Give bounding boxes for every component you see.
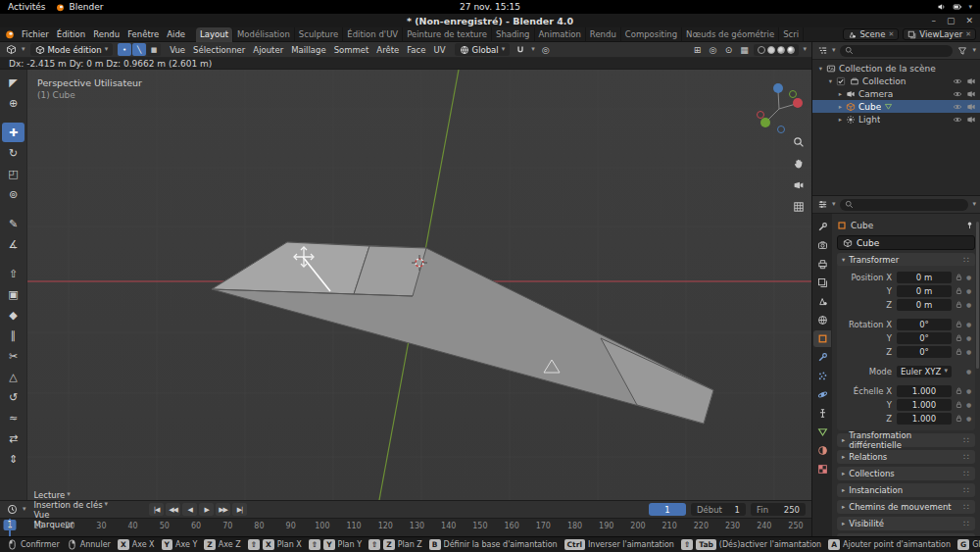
collection-checkbox[interactable] [836, 76, 846, 86]
viewport-3d[interactable]: ◤⊕✚↻◰⊚✎∡⇧▣◆∥✂△↺≈⇄⇕ Perspective Utilisate… [0, 70, 811, 500]
disclosure-collapsed-icon[interactable]: ▸ [836, 103, 845, 111]
panel-visibilite[interactable]: ▸Visibilité∷ [837, 517, 975, 530]
shrink-fatten-tool[interactable]: ⇕ [2, 449, 24, 469]
system-tray[interactable]: ▾ [937, 2, 972, 12]
panel-relations[interactable]: ▸Relations∷ [837, 450, 975, 464]
animate-decorator[interactable]: ● [964, 348, 973, 355]
proportional-edit-icon[interactable]: ◎ [540, 45, 552, 55]
timeline-menu-insertion-de-cles[interactable]: Insertion de clés▾ [31, 500, 112, 510]
timeline-editor-icon[interactable] [6, 504, 18, 515]
lock-icon[interactable] [954, 333, 964, 342]
hide-eye-icon[interactable] [953, 102, 962, 112]
animate-decorator[interactable]: ● [964, 274, 973, 280]
animate-decorator[interactable]: ● [964, 401, 973, 408]
timeline-menu-marqueur[interactable]: Marqueur [31, 520, 112, 529]
viewport-menu-face[interactable]: Face [403, 45, 429, 55]
workspace-tab-sculpture[interactable]: Sculpture [295, 27, 343, 42]
animate-decorator[interactable]: ● [964, 321, 973, 327]
workspace-tab-n-uds-de-geometrie[interactable]: Nœuds de géométrie [682, 27, 779, 42]
animate-decorator[interactable]: ● [964, 387, 973, 394]
properties-tab-constraints[interactable] [813, 405, 831, 422]
field-position-x[interactable]: 0 m [897, 272, 952, 283]
field-echelle-x[interactable]: 1.000 [897, 385, 952, 397]
vertex-select-button[interactable]: • [118, 43, 131, 56]
properties-scrollbar[interactable] [976, 222, 979, 369]
properties-tab-modifiers[interactable] [813, 349, 831, 366]
move-view-hand-icon[interactable] [793, 158, 805, 170]
focused-app-indicator[interactable]: Blender [55, 2, 104, 13]
knife-tool[interactable]: ✂ [2, 346, 24, 366]
lock-icon[interactable] [954, 320, 964, 328]
animate-decorator[interactable]: ● [964, 301, 973, 308]
field-y[interactable]: 1.000 [897, 399, 952, 411]
outliner-row-collection[interactable]: ▾Collection [812, 75, 980, 87]
tweak-tool[interactable]: ◤ [2, 73, 24, 92]
properties-tab-physics[interactable] [813, 386, 831, 403]
hide-eye-icon[interactable] [953, 115, 962, 125]
workspace-tab-layout[interactable]: Layout [196, 27, 233, 42]
frame-start-field[interactable]: Début 1 [691, 503, 746, 516]
properties-tab-texture[interactable] [813, 461, 831, 477]
lock-icon[interactable] [954, 273, 964, 281]
editor-type-icon[interactable] [5, 44, 17, 55]
properties-tab-scene[interactable] [813, 293, 831, 310]
object-name-field[interactable]: Cube [837, 235, 975, 250]
inset-faces-tool[interactable]: ▣ [2, 284, 24, 304]
loop-cut-tool[interactable]: ∥ [2, 326, 24, 345]
activities-button[interactable]: Activités [8, 2, 46, 12]
outliner-row-cube[interactable]: ▸Cube [812, 100, 980, 113]
minimize-button[interactable]: – [931, 16, 936, 25]
viewport-menu-ajouter[interactable]: Ajouter [249, 45, 287, 55]
menu-fichier[interactable]: Fichier [18, 28, 53, 40]
panel-transformation-differentielle[interactable]: ▸Transformation différentielle∷ [837, 433, 975, 447]
outliner-row-light[interactable]: ▸Light [812, 113, 980, 125]
spin-tool[interactable]: ↺ [2, 387, 24, 407]
panel-grip-icon[interactable]: ∷ [963, 485, 970, 495]
mode-selector[interactable]: Mode édition ▾ [30, 43, 114, 56]
window-title-bar[interactable]: * (Non-enregistré) - Blender 4.0 – ▢ ✕ [0, 14, 980, 27]
animate-decorator[interactable]: ● [964, 334, 973, 341]
shading-caret-icon[interactable]: ▾ [803, 46, 807, 53]
annotate-tool[interactable]: ✎ [2, 214, 24, 233]
move-tool[interactable]: ✚ [2, 123, 24, 142]
panel-grip-icon[interactable]: ∷ [963, 469, 970, 478]
solid-shading-button[interactable] [767, 46, 775, 54]
properties-tab-object[interactable] [813, 330, 831, 347]
outliner-editor-caret-icon[interactable]: ▾ [832, 47, 836, 54]
workspace-tab-modelisation[interactable]: Modélisation [233, 27, 295, 42]
wireframe-shading-button[interactable] [758, 46, 765, 54]
workspace-tab-peinture-de-texture[interactable]: Peinture de texture [403, 27, 492, 42]
play-reverse-button[interactable]: ◀ [182, 503, 197, 516]
viewport-menu-selectionner[interactable]: Sélectionner [189, 45, 249, 55]
properties-tab-world[interactable] [813, 312, 831, 328]
properties-editor-icon[interactable] [816, 199, 828, 210]
workspace-tab-edition-d-uv[interactable]: Édition d'UV [343, 27, 403, 42]
blender-logo-icon[interactable] [4, 28, 16, 40]
poly-build-tool[interactable]: △ [2, 367, 24, 386]
panel-grip-icon[interactable]: ∷ [963, 255, 970, 265]
rendered-shading-button[interactable] [787, 46, 795, 54]
next-keyframe-button[interactable]: ▶▶ [216, 503, 230, 516]
navigation-gizmo[interactable] [758, 83, 804, 133]
field-rotation-x[interactable]: 0° [897, 319, 952, 330]
frame-end-field[interactable]: Fin 250 [751, 503, 806, 516]
lock-icon[interactable] [954, 414, 964, 423]
viewport-overlay-button-1[interactable]: ◎ [707, 45, 718, 55]
disclosure-collapsed-icon[interactable]: ▸ [836, 90, 845, 98]
field-y[interactable]: 0 m [897, 285, 952, 297]
lock-icon[interactable] [954, 400, 964, 409]
timeline-menu-lecture[interactable]: Lecture▾ [31, 490, 112, 500]
properties-editor-caret-icon[interactable]: ▾ [832, 201, 836, 208]
field-y[interactable]: 0° [897, 332, 952, 344]
breadcrumb-object-name[interactable]: Cube [851, 221, 873, 230]
timeline-menu-vue[interactable]: Vue [31, 510, 112, 520]
disclosure-expanded-icon[interactable]: ▾ [826, 77, 835, 85]
jump-to-start-button[interactable]: |◀ [149, 503, 164, 516]
filter-caret-icon[interactable]: ▾ [972, 47, 976, 54]
smooth-tool[interactable]: ≈ [2, 408, 24, 427]
edge-select-button[interactable]: ╲ [132, 43, 146, 56]
properties-filter-caret-icon[interactable]: ▾ [972, 201, 976, 208]
viewport-menu-maillage[interactable]: Maillage [287, 45, 329, 55]
bevel-tool[interactable]: ◆ [2, 305, 24, 325]
workspace-tab-scri[interactable]: Scri [779, 27, 804, 42]
